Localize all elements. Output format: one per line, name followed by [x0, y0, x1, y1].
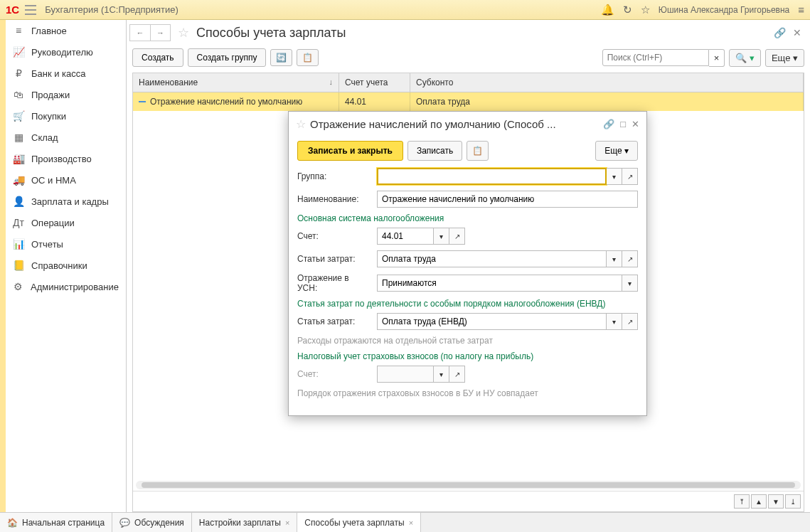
home-icon: 🏠 — [7, 518, 18, 528]
cell-name: Отражение начислений по умолчанию — [150, 97, 302, 107]
dialog-more-button[interactable]: Еще ▾ — [595, 141, 638, 161]
cost-item2-open-icon[interactable]: ↗ — [622, 313, 638, 330]
nav-down-button[interactable]: ▼ — [768, 494, 784, 509]
group-input[interactable] — [377, 168, 607, 185]
gear-icon: ⚙ — [13, 281, 23, 292]
more-button[interactable]: Еще ▾ — [765, 49, 804, 67]
sidebar-label: Склад — [31, 132, 58, 143]
search-input[interactable] — [602, 49, 709, 66]
chart-icon: 📈 — [13, 46, 24, 58]
sidebar-item-catalogs[interactable]: 📒Справочники — [6, 255, 126, 276]
dialog-close-icon[interactable]: ✕ — [632, 119, 639, 129]
section-envd[interactable]: Статья затрат по деятельности с особым п… — [297, 299, 638, 309]
sidebar-item-reports[interactable]: 📊Отчеты — [6, 233, 126, 255]
horizontal-scrollbar[interactable] — [136, 481, 801, 489]
save-button[interactable]: Записать — [407, 141, 462, 161]
sidebar-item-operations[interactable]: ДтОперации — [6, 212, 126, 233]
tab-home[interactable]: 🏠Начальная страница — [0, 513, 112, 532]
sidebar-item-admin[interactable]: ⚙Администрирование — [6, 276, 126, 297]
sidebar-label: Покупки — [31, 111, 66, 122]
equals-icon[interactable]: ≡ — [798, 4, 804, 16]
cost-item2-input[interactable] — [377, 313, 607, 330]
window-title: Способы учета зарплаты — [196, 26, 346, 41]
name-input[interactable] — [377, 191, 638, 208]
save-close-button[interactable]: Записать и закрыть — [297, 141, 403, 161]
list-toolbar: Создать Создать группу 🔄 📋 × 🔍 ▾ Еще ▾ — [127, 46, 810, 70]
sidebar-label: Администрирование — [31, 282, 119, 292]
account-open-icon[interactable]: ↗ — [449, 228, 465, 245]
usn-dropdown-icon[interactable]: ▾ — [622, 275, 638, 292]
label-account2: Счет: — [297, 369, 371, 379]
account-input[interactable] — [377, 228, 434, 245]
group-dropdown-icon[interactable]: ▾ — [607, 168, 622, 185]
account2-open-icon: ↗ — [449, 366, 465, 383]
dialog-list-button[interactable]: 📋 — [467, 141, 489, 161]
tab-label: Способы учета зарплаты — [304, 518, 404, 528]
tab-label: Настройки зарплаты — [199, 518, 281, 528]
dtkt-icon: Дт — [13, 217, 24, 228]
table-row[interactable]: Отражение начислений по умолчанию 44.01 … — [133, 92, 804, 111]
dialog-link-icon[interactable]: 🔗 — [603, 119, 614, 129]
nav-forward-button[interactable]: → — [150, 25, 170, 41]
sidebar-label: Зарплата и кадры — [31, 196, 109, 207]
create-group-button[interactable]: Создать группу — [188, 48, 267, 67]
list-icon: ≡ — [13, 25, 24, 36]
tab-close-icon[interactable]: × — [409, 518, 413, 527]
menu-toggle-icon[interactable] — [25, 5, 36, 15]
sidebar-item-production[interactable]: 🏭Производство — [6, 148, 126, 169]
sidebar-item-purchases[interactable]: 🛒Покупки — [6, 105, 126, 127]
list-mode-button[interactable]: 📋 — [297, 49, 319, 66]
refresh-button[interactable]: 🔄 — [270, 49, 292, 66]
favorite-star-icon[interactable]: ☆ — [178, 25, 189, 41]
sidebar-item-main[interactable]: ≡Главное — [6, 20, 126, 41]
create-button[interactable]: Создать — [132, 48, 183, 67]
table-nav-footer: ⤒ ▲ ▼ ⤓ — [133, 491, 804, 511]
cost-item-dropdown-icon[interactable]: ▾ — [607, 250, 622, 267]
group-open-icon[interactable]: ↗ — [622, 168, 638, 185]
tab-salary-settings[interactable]: Настройки зарплаты× — [192, 513, 298, 532]
sidebar-item-manager[interactable]: 📈Руководителю — [6, 41, 126, 63]
usn-input[interactable] — [377, 275, 622, 292]
col-sub[interactable]: Субконто — [410, 73, 804, 92]
history-icon[interactable]: ↻ — [623, 4, 632, 16]
sidebar-label: Продажи — [31, 90, 70, 100]
star-icon[interactable]: ☆ — [641, 4, 650, 16]
link-icon[interactable]: 🔗 — [774, 27, 786, 38]
sidebar-item-assets[interactable]: 🚚ОС и НМА — [6, 169, 126, 191]
nav-last-button[interactable]: ⤓ — [785, 494, 801, 509]
sidebar-label: ОС и НМА — [31, 175, 76, 186]
close-icon[interactable]: ✕ — [793, 27, 801, 38]
col-name[interactable]: Наименование↓ — [133, 73, 339, 92]
sidebar-item-sales[interactable]: 🛍Продажи — [6, 84, 126, 105]
bell-icon[interactable]: 🔔 — [601, 4, 614, 16]
label-usn: Отражение в УСН: — [297, 273, 371, 293]
sidebar-label: Банк и касса — [31, 68, 86, 79]
tab-discussions[interactable]: 💬Обсуждения — [112, 513, 192, 532]
col-account[interactable]: Счет учета — [339, 73, 410, 92]
dialog-maximize-icon[interactable]: □ — [620, 119, 626, 129]
sidebar-label: Руководителю — [31, 47, 93, 58]
sidebar-label: Справочники — [31, 260, 87, 271]
section-main-tax[interactable]: Основная система налогообложения — [297, 213, 638, 223]
dialog-star-icon[interactable]: ☆ — [296, 117, 306, 131]
cost-item2-dropdown-icon[interactable]: ▾ — [607, 313, 622, 330]
sidebar-item-warehouse[interactable]: ▦Склад — [6, 127, 126, 148]
section-tax-insurance[interactable]: Налоговый учет страховых взносов (по нал… — [297, 351, 638, 361]
dialog-toolbar: Записать и закрыть Записать 📋 Еще ▾ — [297, 141, 638, 161]
search-submit-button[interactable]: 🔍 ▾ — [729, 49, 761, 67]
nav-up-button[interactable]: ▲ — [751, 494, 767, 509]
cost-item-input[interactable] — [377, 250, 607, 267]
tab-close-icon[interactable]: × — [285, 518, 289, 527]
sidebar-item-salary[interactable]: 👤Зарплата и кадры — [6, 191, 126, 212]
nav-back-button[interactable]: ← — [130, 25, 150, 41]
account-dropdown-icon[interactable]: ▾ — [434, 228, 449, 245]
search-clear-button[interactable]: × — [709, 49, 725, 67]
nav-first-button[interactable]: ⤒ — [734, 494, 750, 509]
note-expenses: Расходы отражаются на отдельной статье з… — [297, 336, 638, 346]
sidebar-item-bank[interactable]: ₽Банк и касса — [6, 63, 126, 84]
tab-salary-methods[interactable]: Способы учета зарплаты× — [297, 513, 421, 532]
user-name[interactable]: Юшина Александра Григорьевна — [659, 5, 789, 15]
cost-item-open-icon[interactable]: ↗ — [622, 250, 638, 267]
truck-icon: 🚚 — [13, 174, 24, 186]
bottom-tab-bar: 🏠Начальная страница 💬Обсуждения Настройк… — [0, 512, 810, 532]
